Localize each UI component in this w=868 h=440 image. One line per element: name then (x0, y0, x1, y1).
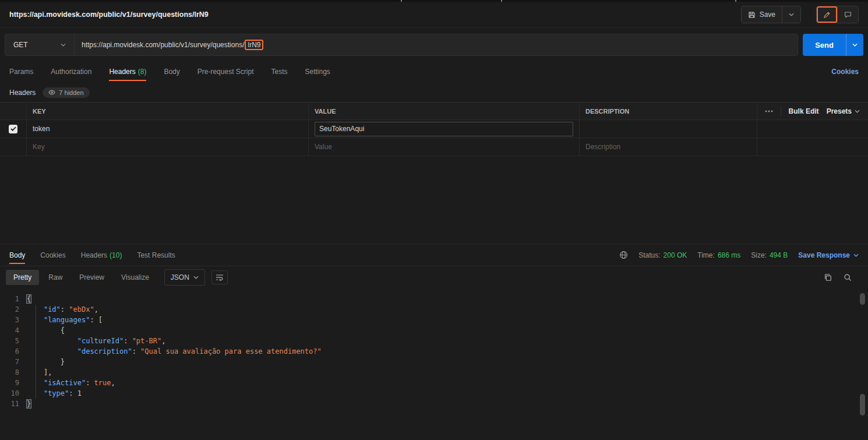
column-header-description: DESCRIPTION (580, 103, 757, 119)
line-number: 11 (0, 399, 27, 409)
tab-authorization[interactable]: Authorization (51, 61, 91, 83)
response-body-viewer[interactable]: 1{2 "id": "ebDx",3 "languages": [4 {5 "c… (0, 288, 868, 440)
scrollbar-thumb[interactable] (860, 394, 865, 416)
headers-table-header: KEY VALUE DESCRIPTION Bulk Edit Presets (0, 103, 868, 120)
titlebar-actions: Save (741, 6, 859, 23)
method-select[interactable]: GET (5, 34, 74, 55)
headers-meta-row: Headers 7 hidden (0, 83, 868, 102)
response-tab-headers[interactable]: Headers (10) (81, 244, 122, 266)
save-options-button[interactable] (782, 6, 800, 23)
key-input[interactable] (33, 125, 302, 133)
bulk-edit-button[interactable]: Bulk Edit (789, 107, 819, 115)
row-checkbox-cell (0, 138, 27, 156)
scrollbar-thumb[interactable] (860, 293, 865, 305)
tab-label: Test Results (137, 251, 175, 259)
save-response-button[interactable]: Save Response (798, 251, 859, 259)
divider (781, 107, 781, 116)
code-line: 6 "description": "Qual sua avaliação par… (0, 346, 868, 357)
tab-params[interactable]: Params (9, 61, 33, 83)
view-tab-pretty[interactable]: Pretty (6, 270, 39, 285)
tab-body[interactable]: Body (164, 61, 179, 83)
request-url-row: GET https://api.movidesk.com/public/v1/s… (0, 28, 868, 61)
row-controls (757, 138, 868, 156)
search-icon[interactable] (844, 273, 852, 281)
code-line: 4 { (0, 325, 868, 336)
line-number: 10 (0, 388, 27, 399)
status-stat: Status: 200 OK (638, 251, 687, 259)
indent-guide (36, 305, 36, 399)
comment-button[interactable] (837, 6, 858, 23)
chevron-down-icon (193, 276, 199, 279)
size-value: 494 B (770, 251, 788, 259)
send-options-button[interactable] (846, 34, 863, 56)
tab-tests[interactable]: Tests (271, 61, 287, 83)
header-row-token (0, 120, 868, 138)
code-text: { (27, 325, 65, 336)
save-button[interactable]: Save (742, 6, 782, 23)
status-value: 200 OK (664, 251, 687, 259)
code-text: "isActive": true, (27, 378, 115, 388)
presets-button[interactable]: Presets (827, 107, 860, 115)
header-checkbox-column (0, 103, 27, 119)
value-cell (309, 120, 580, 138)
description-input[interactable] (585, 125, 751, 133)
cookies-link[interactable]: Cookies (831, 68, 859, 76)
view-tab-raw[interactable]: Raw (41, 270, 70, 285)
code-line: 11} (0, 399, 868, 409)
key-input[interactable] (33, 143, 302, 151)
tab-label: Settings (305, 68, 330, 76)
value-input[interactable] (315, 122, 573, 136)
value-input[interactable] (315, 143, 573, 151)
response-tab-cookies[interactable]: Cookies (40, 244, 65, 266)
line-number: 5 (0, 336, 27, 346)
url-input[interactable]: https://api.movidesk.com/public/v1/surve… (74, 34, 798, 55)
response-status-bar: Status: 200 OK Time: 686 ms Size: 494 B … (619, 251, 859, 259)
tab-label: Body (164, 68, 179, 76)
chevron-down-icon (853, 254, 859, 257)
empty-area (0, 156, 868, 244)
tab-headers[interactable]: Headers (8) (109, 61, 146, 83)
tab-separator (401, 0, 402, 2)
tab-label: Pre-request Script (197, 68, 254, 76)
tab-settings[interactable]: Settings (305, 61, 330, 83)
save-button-group: Save (741, 6, 801, 23)
row-checkbox[interactable] (9, 125, 17, 133)
copy-icon[interactable] (824, 273, 832, 281)
send-button-group: Send (803, 34, 863, 56)
tab-label: Headers (81, 251, 107, 259)
url-highlight-annotation: lrN9 (245, 40, 263, 50)
edit-request-button[interactable] (817, 6, 837, 23)
response-tab-test-results[interactable]: Test Results (137, 244, 175, 266)
hidden-headers-toggle[interactable]: 7 hidden (43, 87, 89, 98)
eye-icon (48, 90, 55, 95)
tab-label: Cookies (40, 251, 65, 259)
response-tabs: Body Cookies Headers (10) Test Results S… (0, 244, 868, 266)
code-line: 5 "cultureId": "pt-BR", (0, 336, 868, 346)
more-options-icon[interactable] (765, 110, 773, 112)
comment-icon (844, 11, 852, 19)
code-text: "description": "Qual sua avaliação para … (27, 346, 322, 357)
headers-table: KEY VALUE DESCRIPTION Bulk Edit Presets (0, 102, 868, 156)
send-button[interactable]: Send (803, 34, 846, 56)
tab-label: Tests (271, 68, 287, 76)
pencil-icon (823, 11, 831, 19)
tab-pre-request-script[interactable]: Pre-request Script (197, 61, 254, 83)
response-tab-body[interactable]: Body (9, 244, 25, 266)
description-input[interactable] (585, 143, 751, 151)
headers-table-controls: Bulk Edit Presets (757, 103, 868, 119)
method-url-field: GET https://api.movidesk.com/public/v1/s… (5, 34, 798, 56)
presets-label: Presets (827, 107, 852, 115)
view-tab-preview[interactable]: Preview (72, 270, 112, 285)
network-icon[interactable] (619, 251, 628, 259)
response-toolbar-right (824, 273, 862, 281)
tab-strip (0, 0, 868, 2)
header-row-placeholder (0, 138, 868, 156)
line-number: 8 (0, 367, 27, 378)
view-tab-visualize[interactable]: Visualize (114, 270, 157, 285)
code-text: "id": "ebDx", (27, 304, 98, 315)
wrap-lines-button[interactable] (211, 270, 228, 284)
request-meta-buttons (816, 6, 859, 23)
size-label: Size: (751, 251, 767, 259)
value-cell (309, 138, 580, 156)
format-select[interactable]: JSON (164, 269, 205, 286)
